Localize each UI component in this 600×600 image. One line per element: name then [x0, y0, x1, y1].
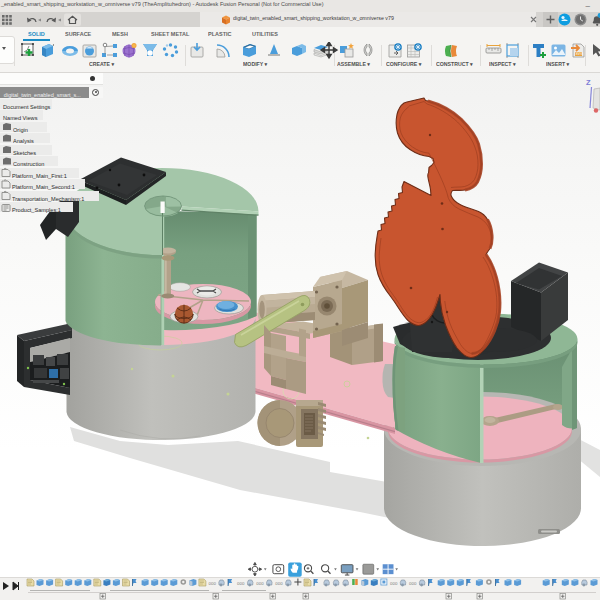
- svg-text:ooo: ooo: [409, 581, 417, 586]
- svg-text:SVG: SVG: [576, 52, 584, 56]
- svg-text:ooo: ooo: [209, 581, 217, 586]
- svg-text:ooo: ooo: [256, 581, 264, 586]
- svg-text:ooo: ooo: [390, 581, 398, 586]
- svg-text:Z: Z: [586, 78, 591, 87]
- svg-text:ooo: ooo: [237, 581, 245, 586]
- svg-text:ooo: ooo: [275, 581, 283, 586]
